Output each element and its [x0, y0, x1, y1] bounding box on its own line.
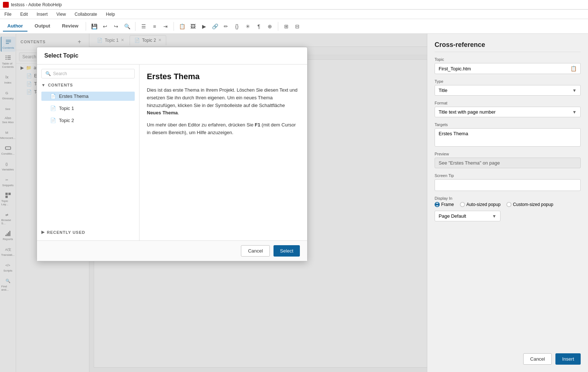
cross-ref-insert-button[interactable]: Insert — [555, 353, 581, 365]
code-button[interactable]: {} — [232, 21, 242, 32]
variable-button[interactable]: 📋 — [177, 21, 187, 32]
cross-ref-cancel-button[interactable]: Cancel — [523, 353, 552, 365]
display-in-options: Frame Auto-sized popup Custom-sized popu… — [435, 202, 581, 207]
main-layout: Contents Table ofContents Ix Index G Glo… — [0, 34, 588, 372]
columns-button[interactable]: ⊟ — [292, 21, 302, 32]
para-button[interactable]: ¶ — [254, 21, 264, 32]
topic-input[interactable]: First_Topic.htm 📋 — [435, 63, 581, 74]
menu-collaborate[interactable]: Collaborate — [73, 11, 98, 18]
plus-button[interactable]: ⊕ — [265, 21, 275, 32]
file-icon: 📄 — [50, 118, 56, 123]
preview-para2: Um mehr über den Editor zu erfahren, drü… — [147, 121, 300, 137]
list-button[interactable]: ☰ — [138, 21, 149, 32]
page-default-select[interactable]: Page Default ▼ — [435, 211, 500, 221]
pen-button[interactable]: ✏ — [221, 21, 231, 32]
menu-insert[interactable]: Insert — [35, 11, 49, 18]
titlebar: testsss - Adobe RoboHelp — [0, 0, 588, 10]
screen-tip-field-group: Screen Tip — [435, 173, 581, 191]
targets-textarea[interactable]: Erstes Thema — [435, 128, 581, 147]
dialog-title: Select Topic — [37, 47, 307, 65]
toolbar-divider-4 — [278, 22, 278, 31]
toolbar-divider-1 — [86, 22, 86, 31]
menu-edit[interactable]: Edit — [19, 11, 29, 18]
menu-view[interactable]: View — [55, 11, 67, 18]
radio-auto-circle — [460, 202, 465, 207]
contents-label-text: CONTENTS — [48, 83, 73, 87]
preview-title: Erstes Thema — [147, 72, 300, 81]
preview-para1: Dies ist das erste Thema in Ihrem Projek… — [147, 86, 300, 117]
numbered-list-button[interactable]: ≡ — [149, 21, 160, 32]
dialog-cancel-button[interactable]: Cancel — [241, 245, 269, 257]
select-topic-dialog: Select Topic 🔍 Search ▼ CONTENTS 📄 Erste… — [37, 47, 308, 261]
dialog-recently-used[interactable]: ▶ RECENTLY USED — [41, 228, 135, 236]
toolbar: Author Output Review 💾 ↩ ↪ 🔍 ☰ ≡ ⇥ 📋 🖼 ▶… — [0, 19, 588, 34]
dialog-search-input[interactable]: 🔍 Search — [41, 69, 135, 78]
link-button[interactable]: 🔗 — [210, 21, 220, 32]
asterisk-button[interactable]: ✳ — [243, 21, 253, 32]
redo-button[interactable]: ↪ — [111, 21, 121, 32]
dialog-contents-label[interactable]: ▼ CONTENTS — [41, 81, 135, 89]
chevron-down-icon: ▼ — [572, 88, 577, 93]
toolbar-group-format: ☰ ≡ ⇥ — [138, 21, 171, 32]
browse-icon[interactable]: 📋 — [570, 66, 577, 71]
toolbar-divider-3 — [174, 22, 174, 31]
dialog-tree-label: Topic 1 — [59, 106, 74, 111]
preview-field-group: Preview See "Erstes Thema" on page — [435, 152, 581, 168]
save-button[interactable]: 💾 — [89, 21, 99, 32]
outdent-view-button[interactable]: ⊞ — [281, 21, 291, 32]
toolbar-group-insert: 📋 🖼 ▶ 🔗 ✏ {} ✳ ¶ ⊕ — [177, 21, 275, 32]
menu-file[interactable]: File — [3, 11, 13, 18]
radio-frame[interactable]: Frame — [435, 202, 454, 207]
type-label: Type — [435, 79, 581, 84]
window-title: testsss - Adobe RoboHelp — [11, 2, 62, 7]
dialog-preview-panel: Erstes Thema Dies ist das erste Thema in… — [139, 65, 307, 240]
format-field-group: Format Title text with page number ▼ — [435, 101, 581, 117]
screen-tip-input[interactable] — [435, 179, 581, 191]
image-button[interactable]: 🖼 — [188, 21, 198, 32]
chevron-down-icon: ▼ — [572, 110, 577, 115]
dialog-tree-label: Erstes Thema — [59, 93, 89, 99]
page-default-label: Page Default — [439, 213, 466, 219]
radio-auto-popup[interactable]: Auto-sized popup — [460, 202, 500, 207]
recently-used-label: RECENTLY USED — [47, 230, 85, 235]
search-icon: 🔍 — [45, 71, 51, 76]
dialog-tree-item-topic2[interactable]: 📄 Topic 2 — [41, 116, 135, 125]
type-field-group: Type Title ▼ — [435, 79, 581, 96]
file-icon: 📄 — [50, 93, 56, 99]
topic-value: First_Topic.htm — [439, 66, 471, 71]
indent-button[interactable]: ⇥ — [160, 21, 171, 32]
tab-review[interactable]: Review — [57, 21, 83, 32]
type-select[interactable]: Title ▼ — [435, 85, 581, 96]
dialog-tree-item-erstes-thema[interactable]: 📄 Erstes Thema — [41, 92, 135, 101]
tab-output[interactable]: Output — [30, 21, 55, 32]
format-select[interactable]: Title text with page number ▼ — [435, 107, 581, 117]
app-icon — [3, 2, 9, 8]
type-value: Title — [439, 88, 447, 93]
dialog-select-button[interactable]: Select — [273, 245, 300, 257]
cross-ref-title: Cross-reference — [435, 41, 581, 52]
radio-frame-label: Frame — [441, 202, 454, 207]
format-value: Title text with page number — [439, 109, 496, 115]
display-in-field-group: Display In Frame Auto-sized popup Custom… — [435, 196, 581, 221]
dialog-tree-item-topic1[interactable]: 📄 Topic 1 — [41, 104, 135, 113]
tab-author[interactable]: Author — [3, 21, 27, 32]
radio-custom-label: Custom-sized popup — [513, 202, 553, 207]
file-icon: 📄 — [50, 106, 56, 111]
main-tabs: Author Output Review — [3, 21, 83, 32]
chevron-down-icon: ▼ — [41, 83, 46, 87]
targets-label: Targets — [435, 122, 581, 127]
menu-help[interactable]: Help — [104, 11, 116, 18]
preview-value: See "Erstes Thema" on page — [435, 158, 581, 168]
radio-custom-circle — [506, 202, 511, 207]
display-in-label: Display In — [435, 196, 581, 200]
format-label: Format — [435, 101, 581, 105]
screen-tip-label: Screen Tip — [435, 173, 581, 178]
undo-button[interactable]: ↩ — [100, 21, 110, 32]
preview-label: Preview — [435, 152, 581, 156]
media-button[interactable]: ▶ — [199, 21, 209, 32]
search-toolbar-button[interactable]: 🔍 — [122, 21, 132, 32]
radio-auto-label: Auto-sized popup — [466, 202, 500, 207]
dialog-tree-panel: 🔍 Search ▼ CONTENTS 📄 Erstes Thema 📄 Top… — [37, 65, 139, 240]
preview-bold: Neues Thema — [147, 110, 178, 115]
radio-custom-popup[interactable]: Custom-sized popup — [506, 202, 553, 207]
